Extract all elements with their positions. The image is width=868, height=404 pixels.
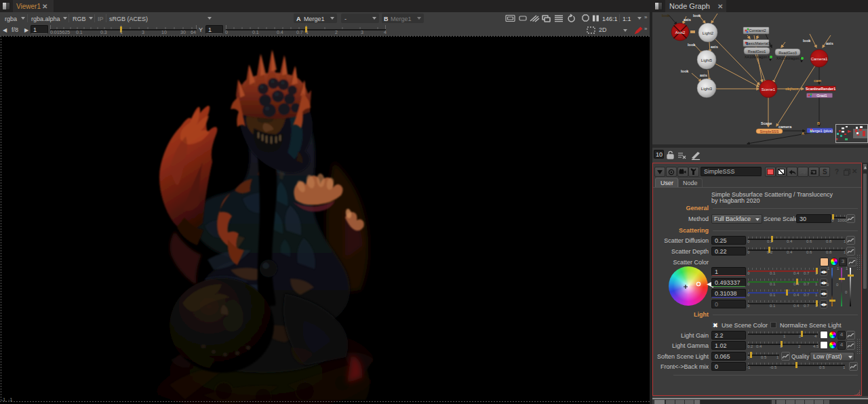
svg-text:Merge1 (plus): Merge1 (plus) <box>810 129 833 133</box>
svg-text:Axis2: Axis2 <box>675 31 686 35</box>
svg-text:SimpleSSS: SimpleSSS <box>760 129 779 134</box>
svg-text:cam: cam <box>814 79 821 83</box>
svg-text:XA109dragon.f: XA109dragon.f <box>776 56 802 60</box>
svg-text:camera: camera <box>778 125 792 129</box>
svg-text:XA109dragon.f: XA109dragon.f <box>745 55 770 59</box>
svg-text:ReadGeo1: ReadGeo1 <box>748 49 766 54</box>
svg-text:B: B <box>817 121 820 125</box>
svg-text:Constant2: Constant2 <box>749 28 766 33</box>
svg-text:look: look <box>662 14 670 18</box>
svg-text:axis: axis <box>700 73 707 77</box>
svg-text:Light3: Light3 <box>701 87 713 91</box>
svg-text:Camera1: Camera1 <box>811 57 828 61</box>
svg-text:axis: axis <box>711 45 718 49</box>
svg-text:axis: axis <box>826 41 833 45</box>
svg-text:look: look <box>688 43 696 47</box>
svg-text:axis: axis <box>684 18 691 22</box>
svg-text:look: look <box>681 69 689 73</box>
svg-text:Scene: Scene <box>761 121 772 125</box>
svg-text:look: look <box>803 39 811 43</box>
svg-text:Light5: Light5 <box>701 58 713 62</box>
svg-text:ScanlineRender1: ScanlineRender1 <box>806 87 836 91</box>
svg-text:Grad1: Grad1 <box>816 94 827 98</box>
svg-text:obj/scn: obj/scn <box>785 87 799 91</box>
svg-text:BasicMaterial1: BasicMaterial1 <box>746 41 770 45</box>
svg-text:Light2: Light2 <box>703 31 714 35</box>
svg-text:look: look <box>693 14 701 18</box>
svg-text:A: A <box>802 132 804 136</box>
svg-text:Scene1: Scene1 <box>762 87 776 92</box>
svg-text:ReadGeo3: ReadGeo3 <box>778 51 797 55</box>
